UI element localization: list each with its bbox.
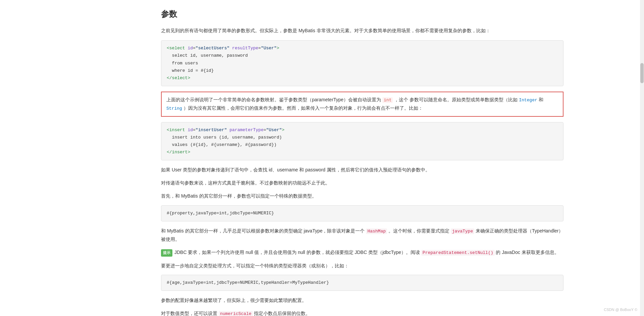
intro-paragraph: 之前见到的所有语句都使用了简单的参数形式。但实际上，参数是 MyBatis 非常… xyxy=(161,27,564,35)
tip-badge: 提示 xyxy=(161,249,172,257)
inline-hashmap: HashMap xyxy=(366,228,387,234)
paragraph-data-type: 首先，和 MyBatis 的其它部分一样，参数也可以指定一个特殊的数据类型。 xyxy=(161,192,564,200)
inline-string: String xyxy=(166,106,182,111)
highlighted-description-box: 上面的这个示例说明了一个非常简单的命名参数映射。鉴于参数类型（parameter… xyxy=(161,92,564,117)
inline-integer: Integer xyxy=(519,98,537,103)
code-block-insert-user: <insert id="insertUser" parameterType="U… xyxy=(161,122,564,160)
scrollbar-thumb[interactable] xyxy=(640,63,644,83)
inline-javatype: javaType xyxy=(451,228,474,234)
inline-numericscale: numericScale xyxy=(219,311,253,316)
paragraph-passing-params: 对传递语句参数来说，这种方式真是干脆利落。不过参数映射的功能远不止于此。 xyxy=(161,179,564,187)
paragraph-numericscale: 对于数值类型，还可以设置 numericScale 指定小数点后保留的位数。 xyxy=(161,309,564,316)
code-block-age-javatype: #{age,javaType=int,jdbcType=NUMERIC,type… xyxy=(161,275,564,291)
paragraph-typehandler: 要更进一步地自定义类型处理方式，可以指定一个特殊的类型处理器类（或别名），比如： xyxy=(161,262,564,270)
paragraph-hashmap: 和 MyBatis 的其它部分一样，几乎总是可以根据参数对象的类型确定 java… xyxy=(161,227,564,244)
paragraph-tip: 提示JDBC 要求，如果一个列允许使用 null 值，并且会使用值为 null … xyxy=(161,248,564,257)
inline-preparedstatement: PreparedStatement.setNull() xyxy=(421,250,495,256)
inline-int: int xyxy=(382,97,393,103)
page-wrapper: 参数 之前见到的所有语句都使用了简单的参数形式。但实际上，参数是 MyBatis… xyxy=(67,0,577,316)
paragraph-user-type: 如果 User 类型的参数对象传递到了语句中，会查找 id、username 和… xyxy=(161,166,564,174)
code-block-select-users: <select id="selectUsers" resultType="Use… xyxy=(161,40,564,86)
page-title: 参数 xyxy=(161,7,564,21)
watermark: CSDN @ BoBooY © xyxy=(604,307,637,313)
paragraph-complex-config: 参数的配置好像越来越繁琐了，但实际上，很少需要如此繁琐的配置。 xyxy=(161,296,564,305)
scrollbar-track[interactable] xyxy=(640,0,644,316)
code-block-property-javatype: #{property,javaType=int,jdbcType=NUMERIC… xyxy=(161,205,564,221)
